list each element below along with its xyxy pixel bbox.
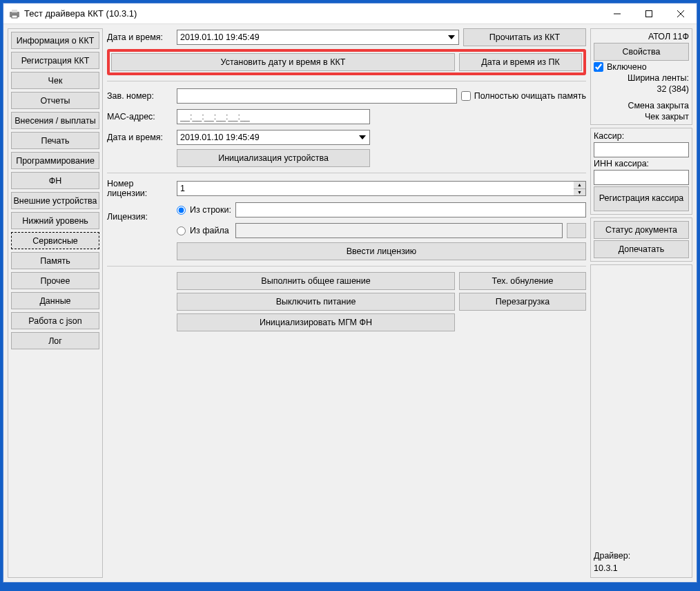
mac-input[interactable]	[177, 109, 370, 124]
sidebar-item[interactable]: Лог	[11, 332, 99, 349]
license-string-input[interactable]	[235, 202, 586, 217]
sidebar-item[interactable]: Работа с json	[11, 312, 99, 329]
enabled-checkbox[interactable]: Включено	[594, 62, 689, 72]
license-file-input	[235, 223, 563, 238]
highlight-box: Установить дату и время в ККТ Дата и вре…	[107, 49, 586, 75]
sidebar: Информация о ККТРегистрация ККТЧекОтчеты…	[8, 28, 103, 578]
driver-info-box: Драйвер: 10.3.1	[590, 264, 692, 578]
datetime-combo[interactable]: 2019.01.10 19:45:49	[177, 30, 459, 45]
printer-icon	[9, 8, 20, 19]
model-label: АТОЛ 11Ф	[594, 32, 689, 41]
datetime-from-pc-button[interactable]: Дата и время из ПК	[459, 53, 582, 71]
sidebar-item[interactable]: Программирование	[11, 152, 99, 169]
enter-license-button[interactable]: Ввести лицензию	[177, 242, 586, 260]
maximize-button[interactable]	[633, 3, 665, 24]
check-status: Чек закрыт	[594, 112, 689, 122]
tape-width-line1: Ширина ленты:	[594, 73, 689, 83]
sidebar-item[interactable]: Внешние устройства	[11, 192, 99, 209]
license-label: Лицензия:	[107, 201, 173, 222]
doprint-button[interactable]: Допечатать	[594, 240, 689, 258]
sidebar-item[interactable]: Прочее	[11, 272, 99, 289]
reboot-button[interactable]: Перезагрузка	[459, 293, 586, 311]
minimize-button[interactable]	[601, 3, 633, 24]
datetime2-label: Дата и время:	[107, 133, 173, 142]
svg-rect-4	[646, 10, 652, 17]
tape-width-line2: 32 (384)	[594, 84, 689, 94]
read-from-kkt-button[interactable]: Прочитать из ККТ	[463, 28, 586, 46]
license-num-label: Номер лицензии:	[107, 179, 173, 198]
sidebar-item[interactable]: Память	[11, 252, 99, 269]
power-off-button[interactable]: Выключить питание	[177, 293, 455, 311]
browse-file-button[interactable]	[567, 223, 586, 238]
init-device-button[interactable]: Инициализация устройства	[177, 149, 370, 167]
right-panel: АТОЛ 11Ф Свойства Включено Ширина ленты:…	[590, 28, 692, 578]
serial-input[interactable]	[177, 88, 457, 104]
from-file-radio[interactable]	[177, 226, 186, 235]
sidebar-item[interactable]: Внесения / выплаты	[11, 112, 99, 129]
inn-input[interactable]	[594, 170, 689, 185]
sidebar-item[interactable]: Информация о ККТ	[11, 32, 99, 49]
sidebar-item[interactable]: Нижний уровень	[11, 212, 99, 229]
spin-down-icon[interactable]: ▼	[574, 189, 585, 196]
datetime-label: Дата и время:	[107, 32, 173, 42]
sidebar-item[interactable]: Сервисные	[11, 232, 99, 249]
spin-up-icon[interactable]: ▲	[574, 182, 585, 189]
tech-reset-button[interactable]: Тех. обнуление	[459, 272, 586, 290]
mac-label: MAC-адрес:	[107, 112, 173, 122]
close-button[interactable]	[665, 3, 697, 24]
register-cashier-button[interactable]: Регистрация кассира	[594, 186, 689, 211]
properties-button[interactable]: Свойства	[594, 43, 689, 61]
doc-status-button[interactable]: Статус документа	[594, 221, 689, 239]
datetime2-combo[interactable]: 2019.01.10 19:45:49	[177, 130, 370, 145]
sidebar-item[interactable]: Регистрация ККТ	[11, 52, 99, 69]
init-mgm-button[interactable]: Инициализировать МГМ ФН	[177, 313, 455, 331]
serial-label: Зав. номер:	[107, 91, 173, 101]
sidebar-item[interactable]: ФН	[11, 172, 99, 189]
shift-status: Смена закрыта	[594, 101, 689, 110]
inn-label: ИНН кассира:	[594, 159, 689, 168]
sidebar-item[interactable]: Чек	[11, 72, 99, 89]
full-clear-checkbox[interactable]: Полностью очищать память	[461, 91, 586, 101]
svg-rect-1	[12, 10, 17, 12]
from-string-radio[interactable]	[177, 206, 186, 215]
cashier-label: Кассир:	[594, 131, 689, 141]
sidebar-item[interactable]: Отчеты	[11, 92, 99, 109]
sidebar-item[interactable]: Печать	[11, 132, 99, 149]
svg-rect-2	[12, 15, 17, 18]
license-num-spinner[interactable]: ▲ ▼	[177, 181, 586, 196]
sidebar-item[interactable]: Данные	[11, 292, 99, 309]
set-datetime-kkt-button[interactable]: Установить дату и время в ККТ	[111, 53, 455, 71]
window-title: Тест драйвера ККТ (10.3.1)	[24, 8, 601, 19]
main-panel: Дата и время: 2019.01.10 19:45:49 Прочит…	[107, 28, 586, 578]
cashier-input[interactable]	[594, 142, 689, 157]
blanking-button[interactable]: Выполнить общее гашение	[177, 272, 455, 290]
